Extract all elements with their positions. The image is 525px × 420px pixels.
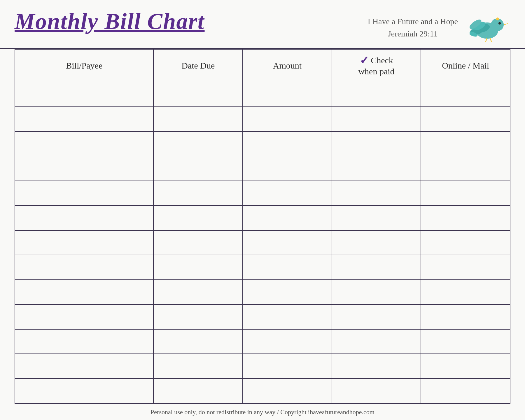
table-cell[interactable] [15,329,153,354]
table-cell[interactable] [153,230,243,255]
page-container: Monthly Bill Chart I Have a Future and a… [0,0,525,420]
table-cell[interactable] [421,304,510,329]
table-cell[interactable] [243,230,332,255]
table-cell[interactable] [421,82,510,107]
table-row [15,156,510,181]
table-cell[interactable] [332,206,421,230]
table-cell[interactable] [332,280,421,304]
table-cell[interactable] [243,156,332,181]
table-cell[interactable] [15,304,153,329]
table-row [15,181,510,206]
table-cell[interactable] [243,206,332,230]
table-cell[interactable] [15,181,153,206]
table-cell[interactable] [421,255,510,280]
table-cell[interactable] [243,379,332,403]
table-cell[interactable] [421,280,510,304]
table-cell[interactable] [15,206,153,230]
table-row [15,280,510,304]
table-cell[interactable] [15,82,153,107]
table-row [15,230,510,255]
header: Monthly Bill Chart I Have a Future and a… [0,0,525,49]
svg-line-11 [490,38,491,42]
table-cell[interactable] [15,156,153,181]
table-cell[interactable] [332,329,421,354]
bill-chart-table: Bill/Payee Date Due Amount ✓ Check [15,49,510,404]
table-cell[interactable] [332,181,421,206]
col-header-check-when-paid: ✓ Check when paid [332,49,421,82]
table-cell[interactable] [332,107,421,132]
title-area: Monthly Bill Chart [15,9,205,34]
table-cell[interactable] [15,255,153,280]
table-cell[interactable] [243,354,332,379]
table-cell[interactable] [421,206,510,230]
tagline-area: I Have a Future and a Hope Jeremiah 29:1… [368,13,464,40]
table-cell[interactable] [153,156,243,181]
table-row [15,206,510,230]
table-cell[interactable] [243,304,332,329]
table-cell[interactable] [15,280,153,304]
table-row [15,329,510,354]
table-row [15,107,510,132]
table-cell[interactable] [15,132,153,156]
col-header-date-due: Date Due [153,49,243,82]
table-cell[interactable] [243,132,332,156]
table-cell[interactable] [332,156,421,181]
table-cell[interactable] [421,181,510,206]
table-row [15,132,510,156]
table-cell[interactable] [153,206,243,230]
table-cell[interactable] [243,82,332,107]
table-cell[interactable] [243,255,332,280]
table-cell[interactable] [332,255,421,280]
table-cell[interactable] [153,181,243,206]
tagline-line1: I Have a Future and a Hope [368,15,458,28]
svg-marker-4 [504,23,509,25]
svg-point-3 [500,23,501,24]
table-cell[interactable] [421,107,510,132]
when-paid-text: when paid [358,66,394,76]
table-cell[interactable] [332,379,421,403]
footer-text: Personal use only, do not redistribute i… [150,408,374,416]
table-cell[interactable] [421,132,510,156]
table-cell[interactable] [421,156,510,181]
table-cell[interactable] [421,230,510,255]
table-cell[interactable] [332,82,421,107]
table-cell[interactable] [243,181,332,206]
table-cell[interactable] [243,107,332,132]
bird-illustration [470,10,510,42]
table-cell[interactable] [332,354,421,379]
footer: Personal use only, do not redistribute i… [0,404,525,420]
table-cell[interactable] [15,354,153,379]
table-row [15,82,510,107]
table-cell[interactable] [421,329,510,354]
svg-point-16 [496,18,499,20]
table-cell[interactable] [421,379,510,403]
table-cell[interactable] [243,329,332,354]
col-header-amount: Amount [243,49,332,82]
table-cell[interactable] [332,230,421,255]
table-cell[interactable] [153,354,243,379]
table-cell[interactable] [153,304,243,329]
check-word: Check [371,55,393,65]
table-cell[interactable] [332,132,421,156]
table-body [15,82,510,403]
table-cell[interactable] [153,280,243,304]
table-cell[interactable] [153,329,243,354]
table-cell[interactable] [15,107,153,132]
table-cell[interactable] [153,107,243,132]
table-cell[interactable] [153,379,243,403]
tagline-line2: Jeremiah 29:11 [388,28,438,40]
bill-table-container: Bill/Payee Date Due Amount ✓ Check [0,49,525,404]
col-header-online-mail: Online / Mail [421,49,510,82]
table-cell[interactable] [421,354,510,379]
table-cell[interactable] [243,280,332,304]
table-cell[interactable] [15,379,153,403]
table-cell[interactable] [153,82,243,107]
table-row [15,304,510,329]
table-header-row: Bill/Payee Date Due Amount ✓ Check [15,49,510,82]
table-row [15,255,510,280]
table-cell[interactable] [332,304,421,329]
table-cell[interactable] [153,255,243,280]
table-cell[interactable] [15,230,153,255]
page-title: Monthly Bill Chart [15,9,205,34]
table-cell[interactable] [153,132,243,156]
